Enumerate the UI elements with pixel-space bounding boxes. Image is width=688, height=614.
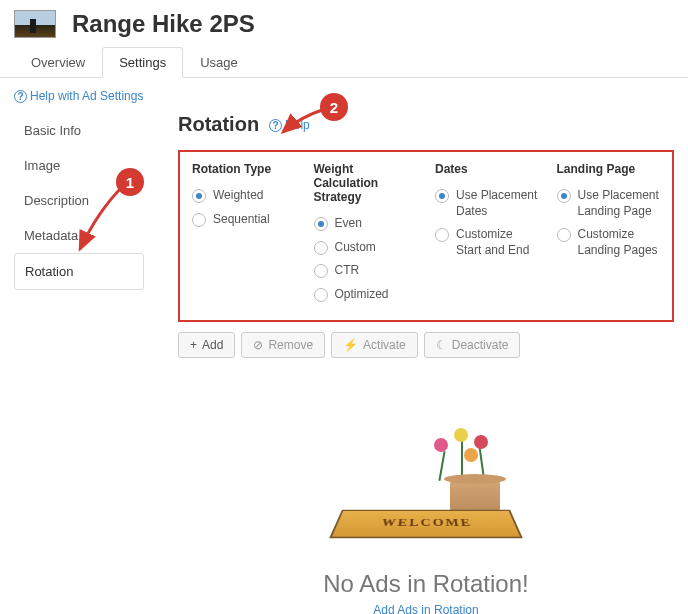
- rotation-type-column: Rotation Type Weighted Sequential: [192, 162, 296, 306]
- radio-indicator: [314, 241, 328, 255]
- radio-indicator: [192, 213, 206, 227]
- radio-indicator: [314, 288, 328, 302]
- radio-placement-dates[interactable]: Use Placement Dates: [435, 184, 539, 223]
- help-icon: ?: [269, 119, 282, 132]
- radio-customize-dates[interactable]: Customize Start and End: [435, 223, 539, 262]
- rotation-settings-panel: Rotation Type Weighted Sequential Weight…: [178, 150, 674, 322]
- radio-indicator: [435, 189, 449, 203]
- section-help-text: Help: [285, 118, 310, 132]
- radio-indicator: [557, 228, 571, 242]
- radio-weighted[interactable]: Weighted: [192, 184, 296, 208]
- activate-button[interactable]: ⚡Activate: [331, 332, 418, 358]
- radio-sequential[interactable]: Sequential: [192, 208, 296, 232]
- radio-indicator: [435, 228, 449, 242]
- radio-even[interactable]: Even: [314, 212, 418, 236]
- action-buttons: +Add ⊘Remove ⚡Activate ☾Deactivate: [178, 332, 674, 358]
- tab-usage[interactable]: Usage: [183, 47, 255, 78]
- dates-column: Dates Use Placement Dates Customize Star…: [435, 162, 539, 306]
- sidebar-item-basic-info[interactable]: Basic Info: [14, 113, 144, 148]
- add-ads-link[interactable]: Add Ads in Rotation: [373, 603, 478, 614]
- radio-ctr[interactable]: CTR: [314, 259, 418, 283]
- tab-overview[interactable]: Overview: [14, 47, 102, 78]
- sidebar-item-rotation[interactable]: Rotation: [14, 253, 144, 290]
- page-title: Range Hike 2PS: [72, 10, 255, 38]
- radio-optimized[interactable]: Optimized: [314, 283, 418, 307]
- section-title: Rotation: [178, 113, 259, 136]
- radio-placement-landing[interactable]: Use Placement Landing Page: [557, 184, 661, 223]
- empty-heading: No Ads in Rotation!: [178, 570, 674, 598]
- help-icon: ?: [14, 90, 27, 103]
- remove-button[interactable]: ⊘Remove: [241, 332, 325, 358]
- main-content: Rotation ?Help Rotation Type Weighted Se…: [178, 113, 674, 614]
- moon-icon: ☾: [436, 338, 447, 352]
- help-link-text: Help with Ad Settings: [30, 89, 143, 103]
- top-tabs: Overview Settings Usage: [0, 46, 688, 78]
- minus-circle-icon: ⊘: [253, 338, 263, 352]
- empty-state: WELCOME No Ads in Rotation! Add Ads in R…: [178, 358, 674, 614]
- rotation-type-heading: Rotation Type: [192, 162, 296, 176]
- add-button[interactable]: +Add: [178, 332, 235, 358]
- radio-custom[interactable]: Custom: [314, 236, 418, 260]
- landing-page-heading: Landing Page: [557, 162, 661, 176]
- landing-page-column: Landing Page Use Placement Landing Page …: [557, 162, 661, 306]
- weight-strategy-column: Weight Calculation Strategy Even Custom …: [314, 162, 418, 306]
- dates-heading: Dates: [435, 162, 539, 176]
- radio-customize-landing[interactable]: Customize Landing Pages: [557, 223, 661, 262]
- welcome-illustration: WELCOME: [326, 428, 526, 558]
- annotation-badge-2: 2: [320, 93, 348, 121]
- lightning-icon: ⚡: [343, 338, 358, 352]
- tab-settings[interactable]: Settings: [102, 47, 183, 78]
- help-ad-settings-link[interactable]: ?Help with Ad Settings: [14, 89, 143, 103]
- weight-strategy-heading: Weight Calculation Strategy: [314, 162, 418, 204]
- section-help-link[interactable]: ?Help: [269, 118, 310, 132]
- deactivate-button[interactable]: ☾Deactivate: [424, 332, 521, 358]
- plus-icon: +: [190, 338, 197, 352]
- page-header: Range Hike 2PS: [0, 0, 688, 46]
- radio-indicator: [557, 189, 571, 203]
- sidebar-item-metadata[interactable]: Metadata: [14, 218, 144, 253]
- radio-indicator: [314, 217, 328, 231]
- radio-indicator: [314, 264, 328, 278]
- annotation-badge-1: 1: [116, 168, 144, 196]
- ad-thumbnail: [14, 10, 56, 38]
- radio-indicator: [192, 189, 206, 203]
